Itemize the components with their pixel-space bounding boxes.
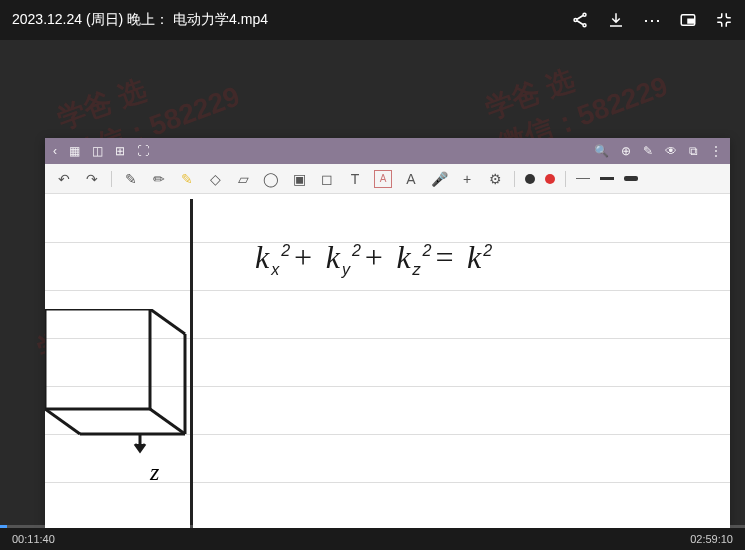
download-icon[interactable] [607,11,625,29]
lasso-icon[interactable]: ◯ [262,170,280,188]
vertical-axis [190,199,193,528]
drawing-toolbar: ↶ ↷ ✎ ✏ ✎ ◇ ▱ ◯ ▣ ◻ T A A 🎤 + ⚙ [45,164,730,194]
edit-icon[interactable]: ✎ [643,144,653,158]
undo-icon[interactable]: ↶ [55,170,73,188]
textbox-icon[interactable]: A [374,170,392,188]
total-time: 02:59:10 [690,533,733,545]
redo-icon[interactable]: ↷ [83,170,101,188]
stroke-thin[interactable] [576,178,590,179]
view-icon[interactable]: 👁 [665,144,677,158]
stroke-medium[interactable] [600,177,614,180]
svg-line-4 [577,21,583,25]
fullscreen-exit-icon[interactable] [715,11,733,29]
font-icon[interactable]: A [402,170,420,188]
drawing-canvas[interactable]: z kx2+ ky2+ kz2= k2 [45,194,730,528]
svg-rect-6 [688,19,693,23]
shape-icon[interactable]: ◻ [318,170,336,188]
color-red[interactable] [545,174,555,184]
pen-icon[interactable]: ✎ [122,170,140,188]
svg-rect-7 [45,309,150,409]
svg-point-2 [583,24,586,27]
axis-label-z: z [150,459,159,486]
expand-icon[interactable]: ⛶ [137,144,149,158]
svg-line-8 [150,309,185,334]
video-title: 2023.12.24 (周日) 晚上： 电动力学4.mp4 [12,11,571,29]
stroke-thick[interactable] [624,176,638,181]
gear-icon[interactable]: ⚙ [486,170,504,188]
equation-text: kx2+ ky2+ kz2= k2 [255,239,494,279]
image-icon[interactable]: ▣ [290,170,308,188]
menu-icon[interactable]: ⋮ [710,144,722,158]
add-page-icon[interactable]: ⊕ [621,144,631,158]
bookmark-icon[interactable]: ◫ [92,144,103,158]
search-icon[interactable]: 🔍 [594,144,609,158]
attach-icon[interactable]: + [458,170,476,188]
pencil-icon[interactable]: ✏ [150,170,168,188]
svg-line-10 [45,409,80,434]
grid-icon[interactable]: ▦ [69,144,80,158]
svg-line-9 [150,409,185,434]
color-black[interactable] [525,174,535,184]
back-icon[interactable]: ‹ [53,144,57,158]
svg-point-1 [574,19,577,22]
copy-icon[interactable]: ⧉ [689,144,698,158]
share-icon[interactable] [571,11,589,29]
svg-point-0 [583,13,586,16]
cube-drawing [45,309,190,429]
current-time: 00:11:40 [12,533,55,545]
page-icon[interactable]: ⊞ [115,144,125,158]
pip-icon[interactable] [679,11,697,29]
more-icon[interactable]: ⋯ [643,9,661,31]
note-app-window: ‹ ▦ ◫ ⊞ ⛶ 🔍 ⊕ ✎ 👁 ⧉ ⋮ ↶ ↷ ✎ ✏ ✎ ◇ ▱ [45,138,730,528]
highlighter-icon[interactable]: ✎ [178,170,196,188]
svg-line-3 [577,16,583,20]
text-icon[interactable]: T [346,170,364,188]
eraser-icon[interactable]: ◇ [206,170,224,188]
mic-icon[interactable]: 🎤 [430,170,448,188]
eraser2-icon[interactable]: ▱ [234,170,252,188]
